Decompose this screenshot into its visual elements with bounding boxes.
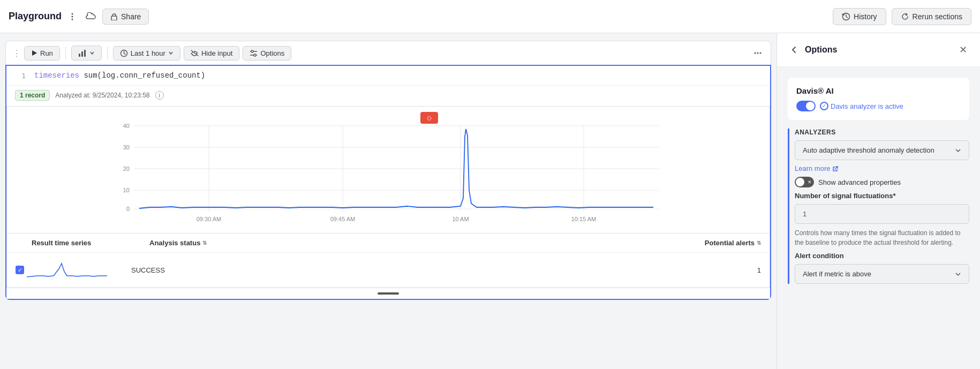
svg-text:09:45 AM: 09:45 AM [330,216,355,222]
svg-rect-7 [81,51,83,57]
top-bar: Playground Share [0,0,980,33]
svg-text:09:30 AM: 09:30 AM [197,216,221,222]
main-content: ⋮⋮ Run [0,33,980,369]
time-range-label: Last 1 hour [131,49,165,57]
lock-icon [110,13,118,20]
advanced-toggle[interactable]: ✕ [795,177,814,187]
separator [65,47,66,59]
davis-ai-section: Davis® AI ✓ Davis analyzer is active [788,78,969,120]
options-body: Davis® AI ✓ Davis analyzer is active Ana… [777,67,980,295]
drag-handle[interactable]: ⋮⋮ [12,48,21,58]
svg-text:0: 0 [126,206,130,212]
history-button[interactable]: History [833,8,886,25]
signal-input[interactable]: 1 [795,204,969,224]
davis-ai-title: Davis® AI [796,86,961,95]
col-alerts-header: Potential alerts ⇅ [257,239,761,247]
editor-toolbar: ⋮⋮ Run [5,41,771,65]
separator2 [107,47,108,59]
back-button[interactable] [788,43,801,56]
top-bar-right: History Rerun sections [833,8,971,25]
chart-icon [78,49,87,57]
main-chart: 40 30 20 10 0 09:30 AM 09:45 AM 10 AM 10… [16,115,761,222]
results-table: Result time series Analysis status ⇅ Pot… [6,234,770,288]
hide-input-button[interactable]: Hide input [184,46,240,61]
app-title: Playground [9,11,62,22]
analyzers-section: Analyzers Auto adaptive threshold anomal… [788,129,969,284]
analyzed-at: Analyzed at: 9/25/2024, 10:23:58 [55,92,149,99]
history-icon [842,12,850,21]
record-badge: 1 record [15,90,50,101]
run-label: Run [40,49,53,57]
davis-active-row: ✓ Davis analyzer is active [796,101,961,111]
svg-rect-8 [84,50,86,57]
code-content[interactable]: timeseries sum(log.conn_refused_count) [34,71,205,80]
svg-rect-3 [111,16,117,20]
external-link-icon [832,165,839,172]
eye-off-icon [191,50,199,56]
analyzer-select[interactable]: Auto adaptive threshold anomaly detectio… [795,140,969,160]
share-label: Share [121,12,141,21]
time-range-button[interactable]: Last 1 hour [113,46,180,61]
table-header: Result time series Analysis status ⇅ Pot… [7,234,770,253]
advanced-toggle-row: ✕ Show advanced properties [795,177,969,187]
code-keyword: timeseries [34,71,79,80]
svg-text:20: 20 [123,165,130,172]
col-result-header: Result time series [32,239,149,247]
close-options-button[interactable]: ✕ [957,42,969,58]
mini-chart [24,258,110,280]
toolbar-more-button[interactable] [751,47,764,59]
share-button[interactable]: Share [102,9,149,25]
alert-chevron-icon [955,271,961,277]
svg-text:10:15 AM: 10:15 AM [571,216,596,222]
options-label: Options [260,49,284,57]
time-chevron-icon [168,50,174,56]
alert-condition-select[interactable]: Alert if metric is above [795,264,969,284]
clock-icon [120,49,128,57]
analysis-sort-icon[interactable]: ⇅ [202,240,207,246]
play-icon [31,50,37,56]
row-preview-chart [24,258,131,282]
davis-active-text: Davis analyzer is active [831,102,903,110]
row-count: 1 [238,266,761,274]
rerun-sections-button[interactable]: Rerun sections [892,8,971,25]
svg-point-2 [72,18,73,20]
row-status: SUCCESS [131,266,238,274]
davis-toggle[interactable] [796,101,816,111]
more-dots-icon [753,49,762,57]
cloud-button[interactable] [83,10,98,23]
info-icon[interactable]: i [155,91,164,100]
viz-button[interactable] [71,46,102,61]
table-row: ✓ SUCCESS 1 [7,253,770,288]
chart-container: ◇ 40 30 20 10 0 09:30 AM [6,106,770,234]
alerts-sort-icon[interactable]: ⇅ [757,240,761,246]
scroll-bar [378,292,399,295]
options-header-left: Options [788,43,837,56]
alert-condition-value: Alert if metric is above [803,270,871,278]
svg-text:10: 10 [123,187,130,193]
more-options-button[interactable] [66,10,79,23]
sliders-icon [250,49,258,57]
code-block: 1 timeseries sum(log.conn_refused_count)… [5,65,771,300]
editor-area: ⋮⋮ Run [0,33,777,369]
davis-active-label: ✓ Davis analyzer is active [820,102,903,110]
options-header: Options ✕ [777,33,980,67]
alert-section: Alert condition Alert if metric is above [795,252,969,284]
options-button[interactable]: Options [243,46,291,61]
svg-point-13 [254,54,256,56]
signal-description: Controls how many times the signal fluct… [795,228,969,247]
hide-input-label: Hide input [201,49,233,57]
svg-point-16 [760,52,762,54]
history-label: History [854,12,877,21]
chevron-left-icon [790,46,798,54]
alert-badge: ◇ [420,112,438,124]
analyzer-value: Auto adaptive threshold anomaly detectio… [803,146,934,154]
run-button[interactable]: Run [24,46,60,61]
row-checkbox[interactable]: ✓ [16,266,24,274]
options-panel: Options ✕ Davis® AI ✓ Davis analyzer is … [777,33,980,369]
svg-point-15 [757,52,759,54]
check-circle-icon: ✓ [820,102,828,110]
svg-marker-5 [32,50,37,56]
learn-more-link[interactable]: Learn more [795,164,969,172]
rerun-label: Rerun sections [913,12,962,21]
code-line: 1 timeseries sum(log.conn_refused_count) [6,66,770,85]
